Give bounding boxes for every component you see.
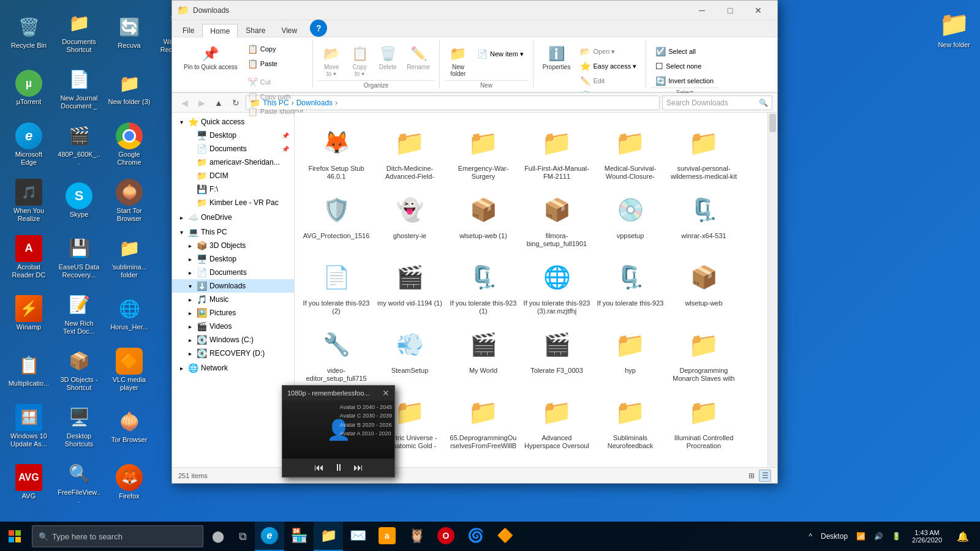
desktop-icon-freefileview[interactable]: 🔍 FreeFileView...	[55, 455, 103, 509]
file-item[interactable]: 🎬 my world vid-1194 (1)	[373, 252, 447, 320]
expand-icon[interactable]: ▾	[177, 119, 186, 126]
file-item[interactable]: 📁 survival-personal-wilderness-medical-k…	[667, 118, 741, 185]
paste-button[interactable]: 📋 Paste	[243, 57, 307, 70]
nav-pictures[interactable]: ▸ 🖼️ Pictures	[172, 306, 294, 320]
file-item[interactable]: 🎬 Tolerate F3_0003	[520, 320, 594, 387]
delete-button[interactable]: 🗑️ Delete	[374, 42, 401, 73]
taskbar-app-edge[interactable]: e	[255, 522, 284, 551]
tray-network-icon[interactable]: 📶	[854, 522, 868, 551]
video-fast-forward-button[interactable]: ⏭	[353, 462, 363, 473]
forward-button[interactable]: ▶	[194, 96, 209, 110]
desktop-icon-sublimina[interactable]: 📁 'sublimina... folder	[105, 230, 153, 284]
edit-button[interactable]: ✏️ Edit	[576, 74, 641, 88]
task-view-button[interactable]: ⧉	[230, 524, 255, 549]
move-to-button[interactable]: 📂 Moveto ▾	[318, 42, 345, 80]
taskbar-app-explorer[interactable]: 📁	[314, 522, 343, 551]
nav-videos[interactable]: ▸ 🎬 Videos	[172, 320, 294, 333]
desktop-icon-new-rich-text[interactable]: 📝 New Rich Text Doc...	[55, 287, 103, 340]
video-play-pause-button[interactable]: ⏸	[334, 462, 344, 473]
refresh-button[interactable]: ↻	[228, 96, 243, 110]
tab-file[interactable]: File	[175, 23, 202, 37]
desktop-icon-chrome[interactable]: Google Chrome	[105, 118, 153, 171]
desktop-icon-horus[interactable]: 🌐 Horus_Her...	[105, 287, 153, 340]
minimize-button[interactable]: ─	[688, 1, 716, 20]
taskbar-app-store[interactable]: 🏪	[284, 522, 314, 551]
file-item[interactable]: 📁 Subliminals Neurofeedback Binaural Bea…	[594, 387, 667, 454]
file-item[interactable]: 📦 wlsetup-web (1)	[447, 185, 520, 252]
nav-onedrive[interactable]: ▸ ☁️ OneDrive	[172, 211, 294, 224]
tray-volume-icon[interactable]: 🔊	[872, 522, 886, 551]
taskbar-app-opera[interactable]: O	[431, 522, 461, 551]
file-item[interactable]: 📁 Emergency-War-Surgery	[447, 118, 520, 185]
nav-documents[interactable]: 📄 Documents 📌	[172, 142, 294, 156]
desktop-icon-winamp[interactable]: ⚡ Winamp	[5, 287, 53, 340]
copy-to-button[interactable]: 📋 Copyto ▾	[346, 42, 373, 80]
nav-kimber-lee[interactable]: 📁 Kimber Lee - VR Pac	[172, 196, 294, 209]
copy-button[interactable]: 📋 Copy	[243, 42, 307, 56]
desktop-icon-3d-objects[interactable]: 📦 3D Objects - Shortcut	[55, 343, 103, 397]
nav-f-drive[interactable]: 💾 F:\	[172, 182, 294, 196]
file-item[interactable]: 👻 ghostery-ie	[373, 185, 447, 252]
file-item[interactable]: 📁 Ditch-Medicine-Advanced-Field-Procedur…	[373, 118, 447, 185]
start-button[interactable]	[0, 522, 29, 551]
desktop-new-folder-icon[interactable]: 📁 New folder	[934, 6, 974, 52]
video-popup-close-button[interactable]: ✕	[382, 388, 390, 398]
desktop-icon-new-journal[interactable]: 📄 New Journal Document _	[55, 61, 103, 115]
file-item[interactable]: 🦊 Firefox Setup Stub 46.0.1	[300, 118, 373, 185]
desktop-icon-tor-browser[interactable]: 🧅 Tor Browser	[105, 399, 153, 453]
taskbar-app-vlc[interactable]: 🔶	[490, 522, 519, 551]
desktop-icon-windows10-update[interactable]: 🪟 Windows 10 Update As...	[5, 399, 53, 453]
tray-expand-button[interactable]: ^	[806, 522, 815, 551]
new-folder-button[interactable]: 📁 Newfolder	[445, 42, 472, 80]
select-none-button[interactable]: ☐ Select none	[651, 59, 718, 73]
taskbar-clock[interactable]: 1:43 AM 2/26/2020	[907, 522, 947, 551]
desktop-icon-start-tor[interactable]: 🧅 Start Tor Browser	[105, 174, 153, 228]
open-button[interactable]: 📂 Open ▾	[576, 45, 641, 58]
copy-path-button[interactable]: 📋 Copy path	[243, 90, 307, 103]
tab-share[interactable]: Share	[238, 23, 273, 37]
file-item[interactable]: 🗜️ If you tolerate this-923 (1)	[447, 252, 520, 320]
file-item[interactable]: 💿 vppsetup	[594, 185, 667, 252]
desktop-icon-firefox[interactable]: 🦊 Firefox	[105, 455, 153, 509]
taskbar-app-tripadvisor[interactable]: 🦉	[402, 522, 431, 551]
search-bar[interactable]: 🔍 Type here to search	[32, 525, 203, 547]
cut-button[interactable]: ✂️ Cut	[243, 75, 307, 89]
scrollbar[interactable]	[767, 113, 777, 467]
file-item[interactable]: 💨 SteamSetup	[373, 320, 447, 387]
address-bar[interactable]: 📁 This PC › Downloads ›	[246, 96, 660, 110]
file-item[interactable]: 📁 Medical-Survival-Wound-Closure-Manual	[594, 118, 667, 185]
nav-americavr[interactable]: 📁 americavr-Sheridan...	[172, 156, 294, 169]
tab-home[interactable]: Home	[202, 24, 238, 37]
nav-documents-pc[interactable]: ▸ 📄 Documents	[172, 266, 294, 279]
file-item[interactable]: 🎬 My World	[447, 320, 520, 387]
desktop-icon-skype[interactable]: S Skype	[55, 174, 103, 228]
file-item[interactable]: 📦 filmora-bing_setup_full1901	[520, 185, 594, 252]
properties-button[interactable]: ℹ️ Properties	[538, 42, 575, 73]
file-item[interactable]: 📁 Deprogramming Monarch Slaves with Ultr…	[667, 320, 741, 387]
desktop-icon-480p[interactable]: 🎬 480P_600K_...	[55, 118, 103, 171]
desktop-icon-new-folder-3[interactable]: 📁 New folder (3)	[105, 61, 153, 115]
desktop-icon-recuva[interactable]: 🔄 Recuva	[105, 5, 153, 59]
close-button[interactable]: ✕	[744, 1, 772, 20]
desktop-icon-vlc[interactable]: 🔶 VLC media player	[105, 343, 153, 397]
select-all-button[interactable]: ☑️ Select all	[651, 45, 718, 58]
rename-button[interactable]: ✏️ Rename	[402, 42, 434, 73]
desktop-icon-easeus[interactable]: 💾 EaseUS Data Recovery...	[55, 230, 103, 284]
tab-view[interactable]: View	[273, 23, 305, 37]
desktop-icon-documents-shortcut[interactable]: 📁 Documents Shortcut	[55, 5, 103, 59]
desktop-icon-when-you-realize[interactable]: 🎵 When You Realize	[5, 174, 53, 228]
nav-3d-objects[interactable]: ▸ 📦 3D Objects	[172, 239, 294, 252]
file-item[interactable]: 📁 65.DeprogrammingOurselvesFromFreeWillB…	[447, 387, 520, 454]
desktop-icon-desktop-shortcuts[interactable]: 🖥️ Desktop Shortcuts	[55, 399, 103, 453]
nav-desktop[interactable]: 🖥️ Desktop 📌	[172, 129, 294, 142]
nav-this-pc[interactable]: ▾ 💻 This PC	[172, 225, 294, 239]
file-item[interactable]: 📁 Advanced Hyperspace Oversoul Deprogram…	[520, 387, 594, 454]
taskbar-app-amazon[interactable]: a	[372, 522, 402, 551]
video-rewind-button[interactable]: ⏮	[314, 462, 324, 473]
file-item[interactable]: 📦 wlsetup-web	[667, 252, 741, 320]
taskbar-app-browser[interactable]: 🌀	[461, 522, 490, 551]
nav-recovery-d[interactable]: ▸ 💽 RECOVERY (D:)	[172, 347, 294, 360]
tray-battery-icon[interactable]: 🔋	[889, 522, 903, 551]
file-item[interactable]: 📁 Full-First-Aid-Manual-FM-2111	[520, 118, 594, 185]
notification-center-button[interactable]: 🔔	[951, 522, 975, 551]
